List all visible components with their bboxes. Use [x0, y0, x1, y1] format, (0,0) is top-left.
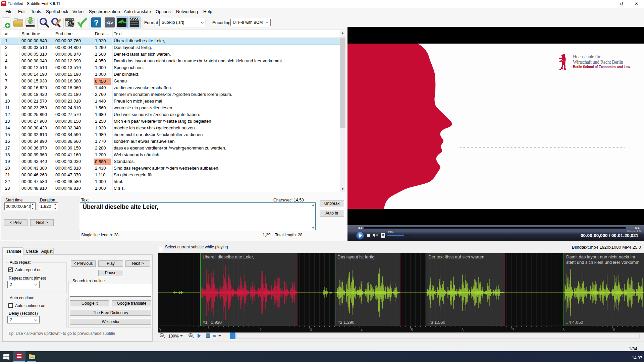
svg-text:?: ? — [94, 18, 99, 27]
svg-text:#3 1,560: #3 1,560 — [428, 320, 445, 325]
svg-text:Überall dieselbe alte Leier,: Überall dieselbe alte Leier, — [203, 254, 254, 259]
svg-text:Der text lässt auf sich warten: Der text lässt auf sich warten. — [428, 254, 486, 259]
svg-text:steht und sich klein und leer: steht und sich klein und leer vorkomm — [566, 260, 639, 265]
svg-text:0: 0 — [159, 328, 161, 332]
svg-text:6: 6 — [462, 328, 464, 332]
svg-text:#2 1,290: #2 1,290 — [337, 320, 355, 325]
svg-text:9: 9 — [613, 328, 615, 332]
svg-text:2: 2 — [260, 328, 262, 332]
svg-text:</>: </> — [106, 20, 113, 25]
svg-text:#4 4,050: #4 4,050 — [566, 320, 583, 325]
svg-text:4: 4 — [361, 328, 363, 332]
svg-text:Das layout ist fertig.: Das layout ist fertig. — [337, 254, 376, 259]
svg-text:Damit das layout nun nicht nac: Damit das layout nun nicht nackt im — [566, 254, 635, 259]
svg-text:7: 7 — [512, 328, 514, 332]
svg-text:#1 1,920: #1 1,920 — [203, 320, 222, 325]
svg-text:1: 1 — [209, 328, 211, 332]
svg-text:5: 5 — [411, 328, 413, 332]
svg-text:8: 8 — [562, 328, 565, 332]
svg-text:3: 3 — [310, 328, 312, 332]
